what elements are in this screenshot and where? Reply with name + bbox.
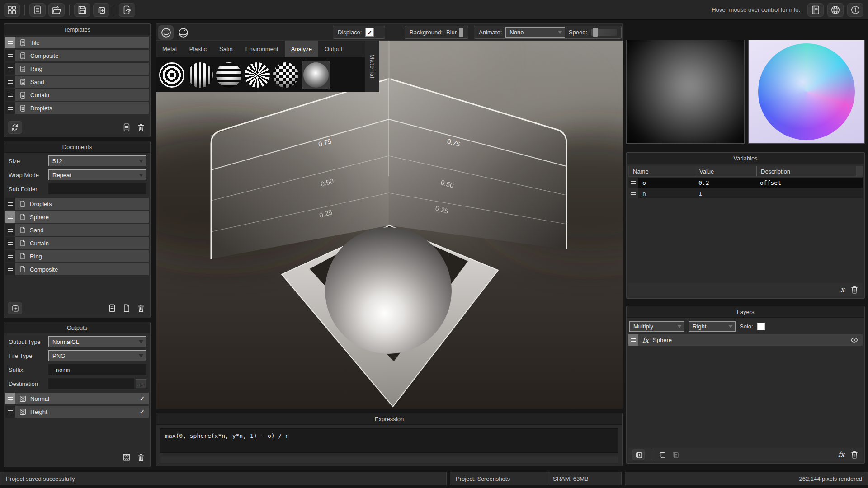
drag-handle[interactable] (5, 63, 15, 75)
suffix-input[interactable]: _norm (48, 364, 146, 375)
output-type-dropdown[interactable]: NormalGL (48, 336, 146, 347)
background-slider-knob[interactable] (459, 28, 463, 37)
wrap-mode-dropdown[interactable]: Repeat (48, 169, 146, 180)
new-document-button[interactable] (29, 3, 46, 17)
pattern-rings-thumb[interactable] (159, 62, 184, 88)
output-item-normal[interactable]: Normal✓ (5, 393, 149, 404)
pattern-horizontal-stripes-thumb[interactable] (216, 62, 241, 88)
new-from-template-icon[interactable] (108, 304, 117, 313)
new-template-icon[interactable] (122, 123, 131, 132)
template-item-composite[interactable]: Composite (5, 50, 149, 61)
template-item-tile[interactable]: Tile (5, 37, 149, 48)
website-button[interactable] (827, 3, 844, 17)
normal-map-preview[interactable] (748, 40, 865, 144)
drag-handle[interactable] (5, 393, 15, 404)
save-copy-button[interactable] (93, 3, 109, 17)
drag-handle[interactable] (5, 224, 15, 236)
drag-handle[interactable] (5, 89, 15, 101)
document-item-droplets[interactable]: Droplets (5, 198, 149, 210)
drag-handle[interactable] (5, 211, 15, 223)
pattern-gradient-sphere-selected[interactable] (302, 61, 330, 89)
output-item-height[interactable]: Height✓ (5, 406, 149, 418)
preview-mode-sphere-button[interactable] (158, 25, 174, 40)
output-enabled-check-icon[interactable]: ✓ (139, 394, 145, 403)
tab-analyze[interactable]: Analyze (285, 41, 318, 57)
template-item-sand[interactable]: Sand (5, 76, 149, 88)
pattern-rays-thumb[interactable] (245, 62, 270, 88)
about-button[interactable] (847, 3, 863, 17)
delete-document-icon[interactable] (137, 304, 146, 313)
tab-output[interactable]: Output (318, 41, 349, 57)
pattern-checker-thumb[interactable] (273, 62, 298, 88)
drag-handle[interactable] (628, 188, 638, 198)
add-variable-icon[interactable]: x (841, 286, 844, 294)
size-dropdown[interactable]: 512 (48, 155, 146, 166)
drag-handle[interactable] (5, 250, 15, 262)
delete-template-icon[interactable] (137, 123, 146, 132)
pattern-gradient-sphere-thumb[interactable] (303, 62, 329, 88)
speed-slider-knob[interactable] (593, 28, 598, 37)
open-button[interactable] (48, 3, 65, 17)
browse-destination-button[interactable]: ... (136, 379, 146, 388)
template-item-droplets[interactable]: Droplets (5, 102, 149, 114)
add-output-icon[interactable] (122, 453, 131, 462)
document-item-sand[interactable]: Sand (5, 224, 149, 236)
save-button[interactable] (74, 3, 90, 17)
template-item-curtain[interactable]: Curtain (5, 89, 149, 101)
variable-value[interactable]: 0.2 (694, 178, 756, 188)
document-item-composite[interactable]: Composite (5, 263, 149, 275)
drag-handle[interactable] (628, 334, 638, 346)
document-item-ring[interactable]: Ring (5, 250, 149, 262)
variable-description[interactable]: offset (756, 178, 863, 188)
destination-input[interactable] (48, 378, 134, 389)
add-layer-button[interactable] (632, 449, 645, 460)
variable-value[interactable]: 1 (694, 188, 756, 198)
material-side-tab[interactable]: Material (365, 41, 379, 92)
delete-variable-icon[interactable] (850, 285, 859, 294)
drag-handle[interactable] (5, 37, 15, 48)
drag-handle[interactable] (5, 263, 15, 275)
speed-slider[interactable] (591, 29, 617, 36)
drag-handle[interactable] (5, 50, 15, 61)
blend-mode-dropdown[interactable]: Multiply (629, 321, 684, 332)
analysis-viewport[interactable]: 0.75 0.50 0.25 0.75 0.50 0.25 (156, 41, 623, 409)
drag-handle[interactable] (5, 406, 15, 418)
animate-dropdown[interactable]: None (505, 27, 565, 38)
delete-layer-icon[interactable] (850, 450, 859, 459)
tab-satin[interactable]: Satin (213, 41, 239, 57)
export-button[interactable] (119, 3, 135, 17)
tab-plastic[interactable]: Plastic (183, 41, 213, 57)
variable-row-n[interactable]: n 1 (628, 188, 863, 198)
template-item-ring[interactable]: Ring (5, 63, 149, 75)
delete-output-icon[interactable] (137, 453, 146, 462)
solo-checkbox[interactable] (757, 323, 765, 330)
height-preview[interactable] (626, 40, 745, 144)
variable-row-o[interactable]: o 0.2 offset (628, 178, 863, 188)
document-item-curtain[interactable]: Curtain (5, 237, 149, 249)
drag-handle[interactable] (5, 198, 15, 210)
add-expression-layer-icon[interactable]: fx (838, 450, 844, 459)
tab-environment[interactable]: Environment (239, 41, 285, 57)
displace-checkbox[interactable]: ✓ (365, 28, 374, 37)
tab-metal[interactable]: Metal (156, 41, 183, 57)
refresh-templates-button[interactable] (8, 121, 22, 134)
new-document-icon[interactable] (122, 304, 131, 313)
expression-editor[interactable]: max(0, sphere(x*n, y*n, 1) - o) / n (160, 428, 618, 453)
drag-handle[interactable] (628, 178, 638, 188)
app-menu-button[interactable] (4, 3, 20, 17)
drag-handle[interactable] (5, 102, 15, 114)
paste-layer-icon[interactable] (671, 450, 679, 459)
channel-dropdown[interactable]: Right (689, 321, 736, 332)
output-enabled-check-icon[interactable]: ✓ (139, 408, 145, 416)
pattern-vertical-stripes-thumb[interactable] (188, 62, 213, 88)
document-item-sphere[interactable]: Sphere (5, 211, 149, 223)
file-type-dropdown[interactable]: PNG (48, 350, 146, 361)
background-slider[interactable] (460, 29, 463, 36)
duplicate-document-button[interactable] (8, 302, 22, 314)
variables-scrollbar[interactable] (856, 166, 862, 176)
drag-handle[interactable] (5, 237, 15, 249)
preview-mode-flat-button[interactable] (175, 25, 191, 40)
layer-row-sphere[interactable]: fx Sphere (628, 334, 863, 346)
copy-layer-icon[interactable] (658, 450, 666, 459)
manual-button[interactable] (807, 3, 824, 17)
